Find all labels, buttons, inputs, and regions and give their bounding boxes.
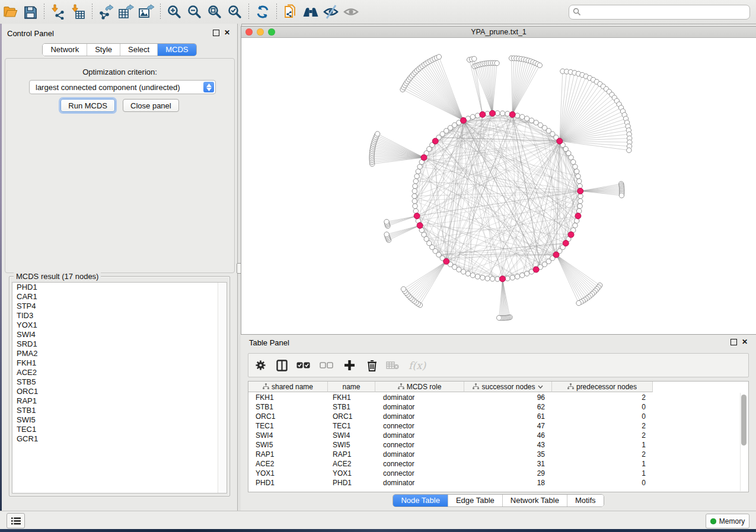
- cell-predecessor-nodes[interactable]: 1: [552, 459, 653, 469]
- mcds-result-list[interactable]: PHD1CAR1STP4TID3YOX1SWI4SRD1PMA2FKH1ACE2…: [12, 282, 227, 493]
- graph-node[interactable]: [470, 273, 475, 278]
- mcds-result-item[interactable]: SWI4: [12, 330, 227, 339]
- cell-name[interactable]: SWI4: [328, 431, 375, 440]
- cell-shared-name[interactable]: SWI4: [248, 431, 328, 440]
- zoom-selected-button[interactable]: [225, 2, 245, 21]
- save-session-button[interactable]: [20, 2, 40, 21]
- graph-node[interactable]: [578, 198, 583, 203]
- graph-node[interactable]: [578, 204, 582, 209]
- cell-name[interactable]: TEC1: [328, 421, 375, 431]
- graph-leaf-node[interactable]: [384, 232, 389, 237]
- cell-successor-nodes[interactable]: 47: [464, 421, 552, 431]
- graph-hub-node[interactable]: [575, 213, 581, 219]
- table-row[interactable]: ORC1ORC1dominator610: [248, 412, 653, 421]
- graph-node[interactable]: [529, 118, 534, 123]
- graph-node[interactable]: [480, 275, 485, 280]
- graph-node[interactable]: [412, 188, 417, 193]
- mcds-result-item[interactable]: TID3: [12, 311, 227, 321]
- tab-edge-table[interactable]: Edge Table: [448, 495, 502, 507]
- open-file-button[interactable]: [0, 2, 20, 21]
- cell-MCDS-role[interactable]: dominator: [375, 393, 464, 402]
- cell-successor-nodes[interactable]: 46: [464, 431, 552, 440]
- zoom-out-button[interactable]: [184, 2, 205, 21]
- graph-leaf-node[interactable]: [495, 60, 499, 65]
- deselect-all-button[interactable]: [315, 357, 337, 374]
- cell-predecessor-nodes[interactable]: 0: [552, 412, 653, 421]
- graph-node[interactable]: [470, 114, 475, 119]
- cell-predecessor-nodes[interactable]: 0: [552, 402, 653, 412]
- mcds-result-item[interactable]: GCR1: [12, 434, 227, 444]
- cell-name[interactable]: ACE2: [328, 459, 375, 469]
- tab-node-table[interactable]: Node Table: [393, 495, 448, 507]
- cell-MCDS-role[interactable]: dominator: [375, 412, 464, 421]
- cell-name[interactable]: SWI5: [328, 440, 375, 450]
- graph-hub-node[interactable]: [421, 155, 427, 161]
- graph-node[interactable]: [524, 271, 529, 276]
- mcds-result-item[interactable]: RAP1: [12, 396, 227, 406]
- graph-hub-node[interactable]: [509, 111, 515, 117]
- graph-node[interactable]: [475, 274, 480, 279]
- graph-hub-node[interactable]: [432, 138, 438, 144]
- graph-node[interactable]: [520, 114, 525, 119]
- graph-node[interactable]: [485, 276, 490, 281]
- graph-node[interactable]: [524, 116, 529, 121]
- graph-hub-node[interactable]: [533, 267, 539, 273]
- graph-leaf-node[interactable]: [537, 63, 542, 68]
- cell-name[interactable]: ORC1: [328, 412, 375, 421]
- graph-node[interactable]: [465, 271, 470, 276]
- apply-layout-button[interactable]: [253, 2, 273, 21]
- graph-node[interactable]: [578, 194, 583, 198]
- graph-node[interactable]: [495, 277, 500, 281]
- graph-hub-node[interactable]: [444, 258, 449, 264]
- cell-shared-name[interactable]: SWI5: [248, 440, 328, 450]
- graph-leaf-node[interactable]: [436, 55, 441, 59]
- table-row[interactable]: RAP1RAP1dominator352: [248, 450, 653, 459]
- cell-shared-name[interactable]: ORC1: [248, 412, 328, 421]
- cell-MCDS-role[interactable]: dominator: [375, 431, 464, 440]
- cell-MCDS-role[interactable]: connector: [375, 469, 464, 478]
- cell-name[interactable]: STB1: [328, 402, 375, 412]
- cell-shared-name[interactable]: STB1: [248, 402, 328, 412]
- graph-node[interactable]: [505, 111, 510, 116]
- network-canvas[interactable]: [241, 38, 755, 335]
- cell-shared-name[interactable]: ACE2: [248, 459, 328, 469]
- graph-hub-node[interactable]: [568, 232, 574, 238]
- import-network-button[interactable]: [48, 2, 68, 21]
- scrollbar-thumb[interactable]: [741, 395, 747, 446]
- graph-hub-node[interactable]: [414, 213, 420, 219]
- graph-leaf-node[interactable]: [497, 315, 502, 320]
- cell-predecessor-nodes[interactable]: 2: [552, 431, 653, 440]
- graph-hub-node[interactable]: [563, 241, 569, 246]
- graph-node[interactable]: [571, 159, 576, 164]
- tab-style[interactable]: Style: [87, 44, 120, 56]
- graph-node[interactable]: [576, 174, 580, 178]
- table-settings-button[interactable]: [248, 357, 272, 374]
- mcds-result-item[interactable]: SWI5: [12, 415, 227, 425]
- graph-hub-node[interactable]: [461, 117, 467, 123]
- tab-mcds[interactable]: MCDS: [157, 44, 196, 56]
- clone-network-button[interactable]: [280, 2, 301, 21]
- graph-leaf-node[interactable]: [576, 300, 581, 305]
- close-panel-icon[interactable]: ✕: [742, 339, 748, 345]
- table-row[interactable]: TEC1TEC1connector472: [248, 421, 653, 431]
- graph-leaf-node[interactable]: [619, 193, 624, 198]
- cell-shared-name[interactable]: RAP1: [248, 450, 328, 459]
- tab-network-table[interactable]: Network Table: [502, 495, 567, 507]
- graph-node[interactable]: [573, 223, 578, 227]
- mcds-result-item[interactable]: FKH1: [12, 358, 227, 368]
- cell-predecessor-nodes[interactable]: 2: [552, 421, 653, 431]
- close-panel-button[interactable]: Close panel: [123, 99, 179, 112]
- show-details-button[interactable]: [341, 2, 361, 21]
- cell-MCDS-role[interactable]: dominator: [375, 478, 464, 488]
- export-image-button[interactable]: [136, 2, 157, 21]
- graph-leaf-node[interactable]: [472, 56, 477, 61]
- cell-predecessor-nodes[interactable]: 1: [552, 440, 653, 450]
- graph-hub-node[interactable]: [480, 111, 486, 117]
- search-input[interactable]: [569, 5, 750, 20]
- column-header-MCDS-role[interactable]: MCDS role: [375, 382, 464, 392]
- graph-node[interactable]: [577, 179, 582, 184]
- run-mcds-button[interactable]: Run MCDS: [60, 99, 115, 112]
- float-panel-icon[interactable]: [731, 339, 737, 345]
- mcds-result-item[interactable]: ACE2: [12, 368, 227, 377]
- column-header-predecessor-nodes[interactable]: predecessor nodes: [552, 382, 653, 392]
